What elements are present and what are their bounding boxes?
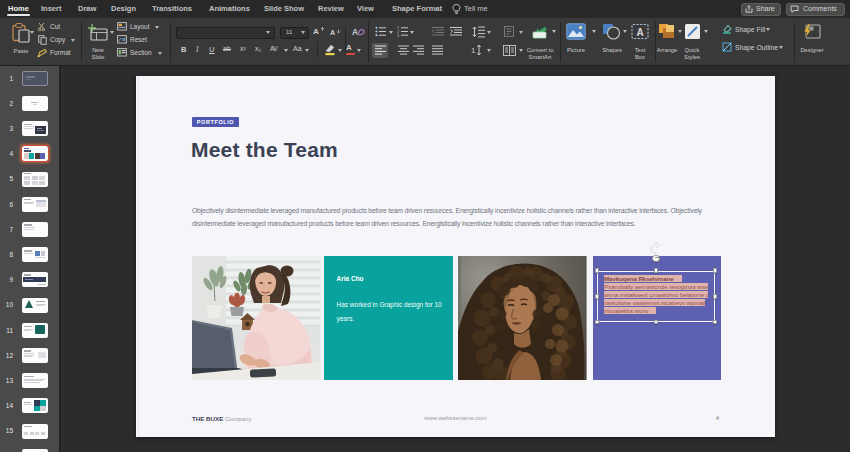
svg-text:1: 1 [471, 46, 476, 55]
svg-text:3: 3 [397, 33, 400, 37]
svg-text:A: A [636, 27, 643, 38]
